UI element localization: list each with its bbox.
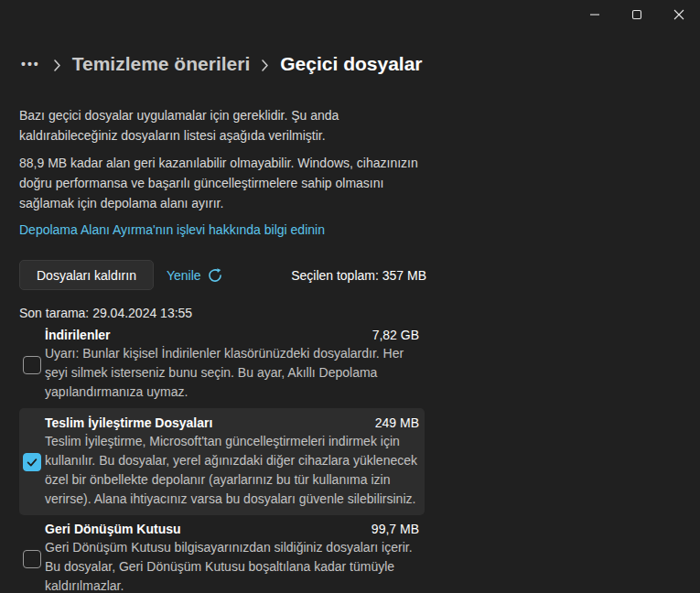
toolbar: Dosyaları kaldırın Yenile Seçilen toplam… <box>19 260 426 290</box>
maximize-button[interactable] <box>616 0 658 29</box>
file-row-recycle-bin: Geri Dönüşüm Kutusu 99,7 MB Geri Dönüşüm… <box>19 522 425 593</box>
refresh-icon <box>208 268 222 283</box>
maximize-icon <box>631 9 642 20</box>
file-row-description: Geri Dönüşüm Kutusu bilgisayarınızdan si… <box>45 538 419 593</box>
close-button[interactable] <box>658 0 700 29</box>
file-row-delivery-optimization: Teslim İyileştirme Dosyaları 249 MB Tesl… <box>19 408 425 515</box>
file-row-downloads: İndirilenler 7,82 GB Uyarı: Bunlar kişis… <box>19 328 425 402</box>
page-title: Geçici dosyalar <box>280 53 422 75</box>
selected-total-label: Seçilen toplam: 357 MB <box>291 268 426 283</box>
chevron-right-icon <box>53 59 61 72</box>
close-icon <box>673 9 684 20</box>
downloads-checkbox[interactable] <box>23 356 41 374</box>
titlebar <box>0 0 700 29</box>
minimize-icon <box>589 9 600 20</box>
refresh-button[interactable]: Yenile <box>167 268 222 283</box>
file-row-title: İndirilenler <box>45 328 111 342</box>
file-row-size: 7,82 GB <box>372 328 419 342</box>
minimize-button[interactable] <box>574 0 616 29</box>
recycle-bin-checkbox[interactable] <box>23 550 41 568</box>
delivery-optimization-checkbox[interactable] <box>23 453 41 471</box>
last-scan-label: Son tarama: 29.04.2024 13:55 <box>19 306 681 320</box>
file-row-title: Teslim İyileştirme Dosyaları <box>45 415 212 430</box>
chevron-right-icon <box>261 59 269 72</box>
breadcrumb-overflow-button[interactable]: ••• <box>19 46 42 82</box>
intro-paragraph-1: Bazı geçici dosyalar uygulamalar için ge… <box>19 105 433 146</box>
checkmark-icon <box>25 455 39 469</box>
remove-files-button[interactable]: Dosyaları kaldırın <box>19 260 154 290</box>
file-row-size: 99,7 MB <box>372 522 419 536</box>
file-row-description: Uyarı: Bunlar kişisel İndirilenler klasö… <box>45 344 419 402</box>
file-row-description: Teslim İyileştirme, Microsoft'tan güncel… <box>45 432 419 509</box>
intro-paragraph-2: 88,9 MB kadar alan geri kazanılabilir ol… <box>19 153 433 213</box>
settings-window: ••• Temizleme önerileri Geçici dosyalar … <box>0 0 700 593</box>
file-row-size: 249 MB <box>375 415 419 430</box>
file-row-title: Geri Dönüşüm Kutusu <box>45 522 181 536</box>
temporary-files-list: İndirilenler 7,82 GB Uyarı: Bunlar kişis… <box>19 328 425 593</box>
page-content: ••• Temizleme önerileri Geçici dosyalar … <box>0 46 700 593</box>
breadcrumb: ••• Temizleme önerileri Geçici dosyalar <box>19 46 681 82</box>
breadcrumb-item-cleanup-recommendations[interactable]: Temizleme önerileri <box>72 53 251 75</box>
refresh-label: Yenile <box>167 268 201 283</box>
storage-sense-learn-link[interactable]: Depolama Alanı Ayırma'nın işlevi hakkınd… <box>19 222 325 237</box>
